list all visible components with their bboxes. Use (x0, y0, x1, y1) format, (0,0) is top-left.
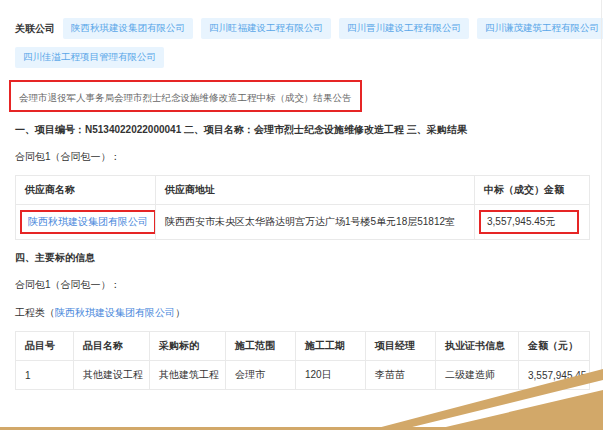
related-company-tag[interactable]: 四川晋川建设工程有限公司 (339, 18, 469, 39)
construction-scope-cell: 会理市 (226, 361, 296, 390)
page-content: 关联公司 陕西秋琪建设集团有限公司 四川旺福建设工程有限公司 四川晋川建设工程有… (0, 0, 603, 390)
procurement-target-cell: 其他建筑工程 (150, 361, 226, 390)
category-line: 工程类（陕西秋琪建设集团有限公司） (15, 306, 585, 320)
category-company-link[interactable]: 陕西秋琪建设集团有限公司 (55, 307, 175, 318)
page-title: 会理市退役军人事务局会理市烈士纪念设施维修改造工程中标（成交）结果公告 (19, 92, 352, 103)
award-result-table: 供应商名称 供应商地址 中标（成交）金额 陕西秋琪建设集团有限公司 陕西西安市未… (15, 175, 590, 240)
construction-period-cell: 120日 (296, 361, 366, 390)
col-certificate-info: 执业证书信息 (436, 332, 519, 361)
related-company-tag[interactable]: 四川谦茂建筑工程有限公司 (477, 18, 603, 39)
announcement-page: 关联公司 陕西秋琪建设集团有限公司 四川旺福建设工程有限公司 四川晋川建设工程有… (0, 0, 603, 430)
project-info-line: 一、项目编号：N5134022022000041 二、项目名称：会理市烈士纪念设… (15, 123, 585, 137)
related-companies-row: 关联公司 陕西秋琪建设集团有限公司 四川旺福建设工程有限公司 四川晋川建设工程有… (15, 18, 585, 39)
section4-heading: 四、主要标的信息 (15, 251, 585, 265)
item-name-cell: 其他建设工程 (74, 361, 150, 390)
item-no-cell: 1 (16, 361, 74, 390)
related-company-tag[interactable]: 四川佳溢工程项目管理有限公司 (15, 47, 164, 68)
related-company-tag[interactable]: 四川旺福建设工程有限公司 (201, 18, 331, 39)
col-procurement-target: 采购标的 (150, 332, 226, 361)
supplier-address-cell: 陕西西安市未央区太华路达明宫万达广场1号楼5单元18层51812室 (156, 205, 475, 240)
table-header-row: 供应商名称 供应商地址 中标（成交）金额 (16, 176, 590, 205)
table-row: 陕西秋琪建设集团有限公司 陕西西安市未央区太华路达明宫万达广场1号楼5单元18层… (16, 205, 590, 240)
certificate-info-cell: 二级建造师 (436, 361, 519, 390)
col-item-no: 品目号 (16, 332, 74, 361)
category-suffix: ） (175, 307, 185, 318)
page-right-border (601, 0, 602, 372)
col-award-amount: 中标（成交）金额 (475, 176, 590, 205)
amount-cell: 3,557,945.45 (519, 361, 590, 390)
award-amount-cell: 3,557,945.45元 (475, 205, 590, 240)
col-construction-scope: 施工范围 (226, 332, 296, 361)
col-amount: 金额（元） (519, 332, 590, 361)
col-project-manager: 项目经理 (366, 332, 436, 361)
related-companies-row-2: 四川佳溢工程项目管理有限公司 (15, 47, 585, 68)
supplier-highlight-box: 陕西秋琪建设集团有限公司 (20, 210, 156, 234)
title-highlight-box: 会理市退役军人事务局会理市烈士纪念设施维修改造工程中标（成交）结果公告 (9, 80, 362, 112)
table-header-row: 品目号 品目名称 采购标的 施工范围 施工工期 项目经理 执业证书信息 金额（元… (16, 332, 590, 361)
gold-triangle (433, 390, 603, 430)
related-company-tag[interactable]: 陕西秋琪建设集团有限公司 (63, 18, 193, 39)
project-manager-cell: 李苗苗 (366, 361, 436, 390)
supplier-name-link[interactable]: 陕西秋琪建设集团有限公司 (28, 216, 148, 227)
col-construction-period: 施工工期 (296, 332, 366, 361)
amount-highlight-box: 3,557,945.45元 (479, 210, 579, 234)
supplier-name-cell: 陕西秋琪建设集团有限公司 (16, 205, 156, 240)
table-row: 1 其他建设工程 其他建筑工程 会理市 120日 李苗苗 二级建造师 3,557… (16, 361, 590, 390)
category-prefix: 工程类（ (15, 307, 55, 318)
related-companies-label: 关联公司 (15, 22, 55, 36)
contract-package-label: 合同包1（合同包一）： (15, 150, 585, 164)
col-item-name: 品目名称 (74, 332, 150, 361)
col-supplier-name: 供应商名称 (16, 176, 156, 205)
detail-table: 品目号 品目名称 采购标的 施工范围 施工工期 项目经理 执业证书信息 金额（元… (15, 331, 590, 390)
contract-package-label-2: 合同包1（合同包一）： (15, 278, 585, 292)
col-supplier-address: 供应商地址 (156, 176, 475, 205)
